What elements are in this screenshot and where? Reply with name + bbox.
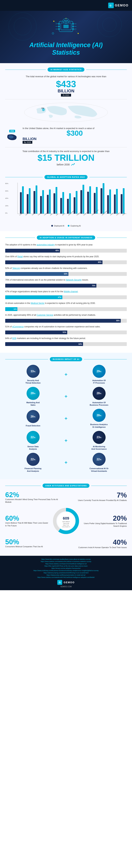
adoption-pct: 47% [58, 297, 61, 298]
legend-exploring: Exploring AI [68, 225, 81, 227]
bar-pair [27, 188, 31, 214]
attitudes-row-1: 62% Customers Wouldn't Mind Giving Their… [5, 491, 127, 503]
impact-pct-monitoring: 23% [97, 436, 101, 439]
footer-link-4[interactable]: https://hbr.org/2018/07/how-ai-fits-into… [3, 565, 129, 567]
impact-row-1: 33% Security AndThreat Detection + 29% A… [5, 365, 127, 384]
adoption-bar-bg: 47% [5, 296, 127, 299]
plus-sign-1: + [63, 372, 69, 377]
adoption-text-4: 75% of international executives see AI a… [5, 278, 127, 282]
bar-exploring [29, 188, 31, 214]
svg-point-25 [66, 18, 66, 19]
legend-exploring-dot [68, 225, 69, 227]
attitude-desc-60: Users Believe That AI Will Make Their Li… [5, 522, 50, 527]
header: G GEMOO [0, 0, 132, 11]
attitude-pct-50: 50% [5, 538, 64, 545]
footer-link-8[interactable]: https://datasociety.net/library/automati… [3, 574, 129, 576]
stat3-period-row: before 2030 [5, 163, 127, 166]
adoption-section-header: AI ADOPTION & USAGE IN DIFFERENT BUSINES… [5, 236, 127, 240]
footer-logo-icon: G [57, 580, 62, 585]
bar-deployed [54, 193, 55, 214]
market-stat2-value: $300 [23, 130, 127, 137]
adoption-bar-bg: 75% [5, 284, 127, 287]
footer-link-7[interactable]: https://advisory.kpmg.us/articles/2020/t… [3, 572, 129, 574]
footer-link-3[interactable]: https://www.statista.com/topics/3104/art… [3, 563, 129, 565]
footer-link-6[interactable]: https://www.mckinsey.com/business-functi… [3, 570, 129, 571]
adoption-section: AI ADOPTION & USAGE IN DIFFERENT BUSINES… [0, 231, 132, 353]
plus-sign-5: + [63, 460, 69, 465]
bar-pair [107, 189, 111, 214]
market-stat2-year: By 2026 [23, 141, 32, 144]
chart-wrapper: 80% 60% 40% 20% 0% [5, 183, 127, 216]
bar-exploring [123, 188, 125, 214]
adoption-item-3: 52% of Telecom companies already use AI-… [5, 267, 127, 276]
impact-circle-fraud: 26% [27, 410, 40, 423]
bar-deployed [101, 188, 102, 214]
attitude-desc-7: Users Currently Trust An Answer Provided… [68, 499, 127, 502]
footer-link-2[interactable]: https://www.statista.com/statistics/9414… [3, 561, 129, 562]
bar-group-india [53, 187, 58, 214]
adoption-text-8: 51% of eCommerce companies rely on AI au… [5, 325, 127, 329]
stat3-period: before 2030 [57, 163, 70, 166]
bar-pair [87, 186, 91, 214]
svg-point-28 [52, 33, 54, 34]
bar-group-canada [46, 189, 52, 214]
impact-label-conversational: Conversational AI OrVirtual Assistants [90, 467, 108, 472]
adoption-pct: 95% [116, 320, 120, 322]
bar-exploring [116, 189, 118, 214]
attitudes-section-header: USER ATTITUDES AND EXPECTATIONS [5, 484, 127, 488]
adoption-bar-bg: 10% [5, 307, 127, 311]
attitudes-section-title: USER ATTITUDES AND EXPECTATIONS [42, 484, 90, 488]
impact-circle-conversational: 22% [93, 453, 106, 466]
bar-group-global [120, 188, 125, 214]
bar-exploring [42, 190, 44, 214]
plus-sign-4: + [63, 438, 69, 443]
impact-item-marketing: 28% Marketing AndSales [5, 387, 61, 406]
header-line-right [86, 69, 127, 70]
impact-circle-sensor: 22% [27, 431, 40, 444]
bar-exploring [62, 192, 64, 214]
bar-group-australia [19, 186, 25, 214]
adoption-item-5: 47% of large organizations already have … [5, 290, 127, 299]
impact-circle-financial: 22% [27, 453, 40, 466]
bar-group-finland [106, 189, 112, 214]
footer-logo-area: G GEMOO [3, 580, 129, 585]
footer-link-9[interactable]: https://www.statista.com/statistics/6070… [3, 577, 129, 578]
business-header-line-right [84, 359, 127, 360]
impact-item-automation-biz: 28% Automation OfBusiness Processes [71, 387, 127, 406]
attitude-pct-62: 62% [5, 491, 64, 498]
impact-item-security: 33% Security AndThreat Detection [5, 365, 61, 384]
adoption-bar-fill: 80% [5, 260, 102, 264]
attitude-pct-20: 20% [82, 514, 127, 522]
impact-row-4: 22% Sensor DataAnalysis + 23% AI Monitor… [5, 431, 127, 451]
bar-exploring [82, 185, 84, 214]
footer-link-1[interactable]: https://www.ibm.com/case-studies/learn-m… [3, 558, 129, 560]
usa-map-svg [6, 133, 18, 141]
y-label-40: 40% [5, 197, 8, 199]
impact-label-monitoring: AI MonitoringAnd Governance [91, 445, 107, 451]
svg-text:G: G [109, 4, 111, 7]
attitude-col-50: 50% Consumers Mistrust Companies That Us… [5, 538, 64, 549]
bar-exploring [49, 189, 51, 214]
legend-exploring-label: Exploring AI [70, 225, 81, 227]
attitude-pct-7: 7% [68, 491, 127, 499]
logo-icon: G [108, 3, 114, 8]
economy-desc: Total contribution of the AI industry to… [5, 150, 127, 153]
adoption-bar-fill: 45% [5, 249, 60, 253]
bar-pair [101, 183, 104, 214]
adoption-item-1: The adoption of AI systems in the automo… [5, 243, 127, 252]
world-map: USA [5, 102, 127, 124]
attitudes-row-2: 60% Users Believe That AI Will Make Thei… [5, 507, 127, 535]
impact-item-monitoring: 23% AI MonitoringAnd Governance [71, 431, 127, 451]
bar-group-korea [86, 186, 92, 214]
business-header-line-left [5, 359, 48, 360]
business-section-title: BUSINESS IMPACT OF AI [50, 357, 82, 361]
bar-pair [20, 186, 24, 214]
bar-chart-scroll: Australia Germany China France Canada In… [11, 183, 127, 216]
footer-link-5[interactable]: https://emerj.com/ai-adoption-frameworks… [3, 567, 129, 569]
bar-group-germany [26, 188, 32, 214]
market-stat3-value: $15 TRILLION [5, 153, 127, 162]
bar-group-china [32, 185, 38, 214]
footer-links: https://www.ibm.com/case-studies/learn-m… [3, 558, 129, 578]
svg-text:That AI Will: That AI Will [63, 523, 69, 524]
market-bottom: Total contribution of the AI industry to… [5, 150, 127, 166]
